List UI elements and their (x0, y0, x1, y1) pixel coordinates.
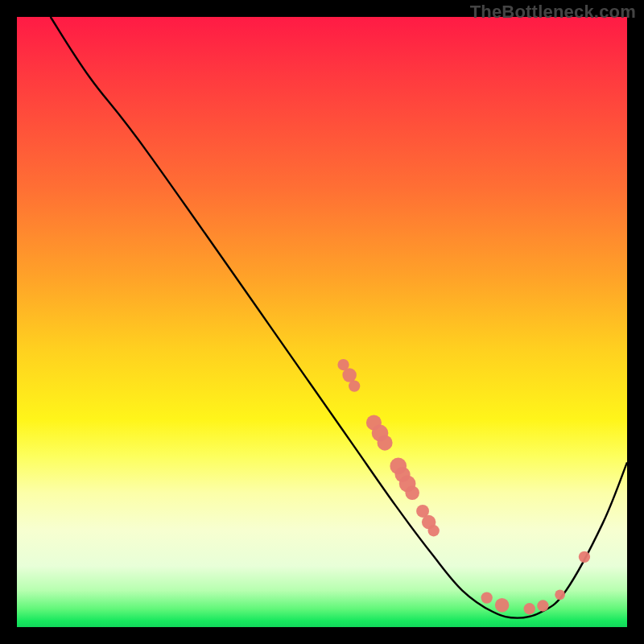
data-marker (579, 551, 590, 563)
data-marker (349, 380, 360, 391)
data-marker (342, 368, 357, 382)
data-marker (378, 436, 393, 451)
data-marker (537, 600, 548, 611)
data-marker (495, 598, 510, 613)
data-marker (428, 525, 440, 536)
plot-area (17, 17, 627, 627)
data-marker (405, 485, 419, 500)
data-marker (481, 592, 493, 603)
watermark-label: TheBottleneck.com (470, 2, 636, 23)
chart-stage: TheBottleneck.com (0, 0, 644, 644)
data-marker (555, 589, 565, 600)
data-markers (337, 359, 590, 615)
data-marker (524, 603, 535, 614)
primary-curve (51, 17, 627, 618)
chart-svg (17, 17, 627, 627)
